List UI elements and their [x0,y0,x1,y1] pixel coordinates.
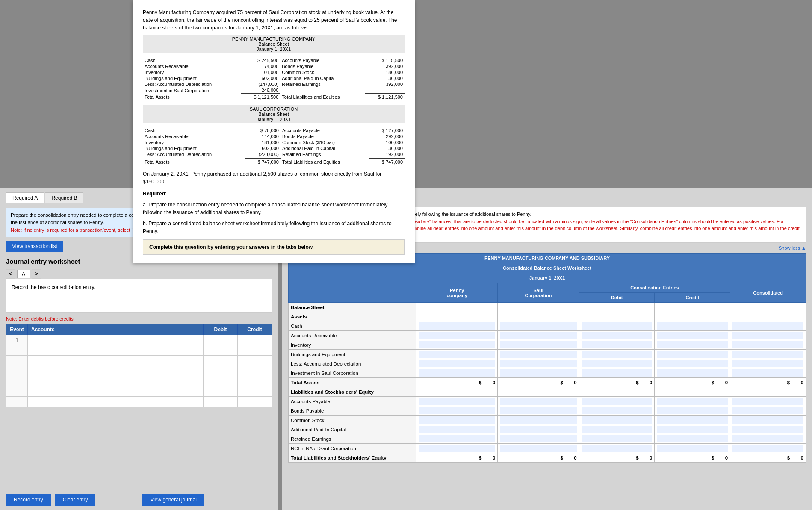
ws-invest-debit-input[interactable] [582,369,653,377]
debit-2-input[interactable] [204,345,237,355]
ws-nci-cons-input[interactable] [732,445,803,452]
credit-3[interactable] [238,356,272,366]
ws-cash-penny-input[interactable] [419,322,495,330]
ws-ar-penny[interactable] [416,331,498,340]
tab-required-b-left[interactable]: Required B [45,192,83,203]
ws-cash-cons-input[interactable] [732,322,803,330]
credit-4[interactable] [238,366,272,376]
debit-1-input[interactable] [204,335,237,345]
next-nav-button[interactable]: > [32,269,41,279]
credit-1[interactable] [238,335,272,345]
ws-invest-saul-input[interactable] [500,369,576,377]
account-1-input[interactable] [28,335,203,345]
ws-ar-debit[interactable] [579,331,655,340]
debit-5[interactable] [204,376,238,386]
ws-bp-saul[interactable] [498,406,579,416]
ws-nci-penny[interactable] [416,444,498,453]
ws-inv-consolidated[interactable] [730,340,806,350]
ws-invest-penny[interactable] [416,368,498,378]
ws-invest-cons-input[interactable] [732,369,803,377]
ws-apic-cons-input[interactable] [732,426,803,433]
ws-accdepr-saul-input[interactable] [500,360,576,367]
ws-cs-consolidated[interactable] [730,416,806,425]
ws-cs-debit[interactable] [579,416,655,425]
ws-bp-debit[interactable] [579,406,655,416]
ws-inv-saul[interactable] [498,340,579,350]
ws-ppe-debit[interactable] [579,350,655,359]
credit-7[interactable] [238,397,272,407]
ws-ap-credit-input[interactable] [657,398,728,405]
ws-cs-saul[interactable] [498,416,579,425]
ws-bp-penny[interactable] [416,406,498,416]
ws-re-saul[interactable] [498,434,579,444]
credit-1-input[interactable] [238,335,272,345]
ws-ppe-credit[interactable] [655,350,730,359]
ws-ppe-consolidated[interactable] [730,350,806,359]
ws-apic-saul[interactable] [498,425,579,434]
ws-ap-debit-input[interactable] [582,398,653,405]
ws-inv-credit[interactable] [655,340,730,350]
ws-bp-credit-input[interactable] [657,407,728,414]
account-5[interactable] [28,376,204,386]
ws-inv-cons-input[interactable] [732,341,803,348]
ws-cash-consolidated[interactable] [730,321,806,331]
ws-ar-cons-input[interactable] [732,332,803,339]
account-5-input[interactable] [28,376,203,386]
ws-invest-debit[interactable] [579,368,655,378]
debit-2[interactable] [204,345,238,356]
ws-apic-debit[interactable] [579,425,655,434]
ws-accdepr-cons-input[interactable] [732,360,803,367]
ws-cs-debit-input[interactable] [582,416,653,424]
ws-bp-saul-input[interactable] [500,407,576,414]
ws-invest-credit-input[interactable] [657,369,728,377]
ws-nci-debit-input[interactable] [582,445,653,452]
ws-ppe-debit-input[interactable] [582,351,653,358]
debit-1[interactable] [204,335,238,345]
ws-re-credit-input[interactable] [657,435,728,442]
ws-ap-debit[interactable] [579,397,655,406]
ws-ap-credit[interactable] [655,397,730,406]
ws-accdepr-penny[interactable] [416,359,498,368]
ws-inv-penny-input[interactable] [419,341,495,348]
account-6-input[interactable] [28,386,203,396]
debit-7-input[interactable] [204,397,237,407]
credit-2-input[interactable] [238,345,272,355]
ws-cash-debit-input[interactable] [582,322,653,330]
credit-4-input[interactable] [238,366,272,376]
ws-bp-consolidated[interactable] [730,406,806,416]
ws-nci-saul-input[interactable] [500,445,576,452]
ws-cash-penny[interactable] [416,321,498,331]
account-3[interactable] [28,356,204,366]
record-entry-button[interactable]: Record entry [6,494,51,506]
debit-7[interactable] [204,397,238,407]
ws-cs-cons-input[interactable] [732,416,803,424]
ws-cash-credit-input[interactable] [657,322,728,330]
credit-5[interactable] [238,376,272,386]
ws-ar-consolidated[interactable] [730,331,806,340]
ws-accdepr-debit-input[interactable] [582,360,653,367]
ws-cs-saul-input[interactable] [500,416,576,424]
ws-re-debit-input[interactable] [582,435,653,442]
ws-ppe-saul[interactable] [498,350,579,359]
ws-invest-penny-input[interactable] [419,369,495,377]
ws-ar-saul[interactable] [498,331,579,340]
ws-ar-penny-input[interactable] [419,332,495,339]
ws-re-saul-input[interactable] [500,435,576,442]
debit-6[interactable] [204,386,238,397]
ws-ap-saul[interactable] [498,397,579,406]
ws-bp-cons-input[interactable] [732,407,803,414]
ws-ppe-penny-input[interactable] [419,351,495,358]
credit-7-input[interactable] [238,397,272,407]
ws-accdepr-credit-input[interactable] [657,360,728,367]
ws-invest-saul[interactable] [498,368,579,378]
debit-6-input[interactable] [204,386,237,396]
ws-ppe-saul-input[interactable] [500,351,576,358]
ws-re-debit[interactable] [579,434,655,444]
ws-accdepr-debit[interactable] [579,359,655,368]
ws-ar-debit-input[interactable] [582,332,653,339]
ws-inv-penny[interactable] [416,340,498,350]
view-transaction-button[interactable]: View transaction list [6,241,63,252]
ws-nci-credit-input[interactable] [657,445,728,452]
ws-bp-debit-input[interactable] [582,407,653,414]
clear-entry-button[interactable]: Clear entry [55,494,96,506]
